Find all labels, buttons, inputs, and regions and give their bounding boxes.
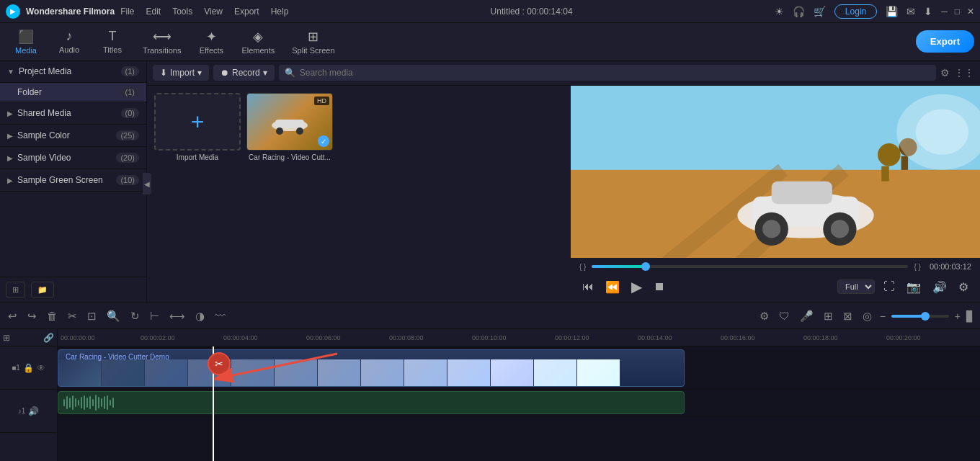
track-number-label: ■1	[12, 364, 20, 372]
add-track-button-right[interactable]: ▊	[966, 310, 974, 322]
zoom-in-button[interactable]: +	[955, 310, 961, 322]
project-media-header[interactable]: ▼ Project Media (1)	[0, 61, 146, 83]
settings-button[interactable]: ⚙	[956, 277, 971, 297]
record-button[interactable]: ⏺ Record ▾	[213, 65, 275, 81]
title-bar-left: ▶ Wondershare Filmora File Edit Tools Vi…	[6, 4, 288, 19]
crop2-button[interactable]: ⊠	[841, 308, 855, 325]
car-racing-thumb[interactable]: HD ✓	[246, 93, 333, 151]
minimize-button[interactable]: ─	[941, 6, 948, 17]
sample-color-header[interactable]: ▶ Sample Color (25)	[0, 125, 146, 147]
link-icon[interactable]: 🔗	[43, 333, 54, 343]
skip-back-button[interactable]: ⏮	[579, 277, 597, 296]
audio-clip[interactable]	[58, 391, 685, 414]
sample-green-header[interactable]: ▶ Sample Green Screen (10)	[0, 169, 146, 192]
svg-rect-19	[901, 156, 908, 170]
folder-item[interactable]: Folder (1)	[0, 83, 146, 102]
sample-video-header[interactable]: ▶ Sample Video (20)	[0, 147, 146, 169]
delete-button[interactable]: 🗑	[45, 308, 60, 324]
import-button[interactable]: ⬇ Import ▾	[153, 65, 209, 81]
video-placeholder	[571, 86, 980, 258]
audio-icon: ♪	[66, 29, 73, 44]
import-media-item[interactable]: + Import Media	[154, 93, 241, 161]
car-racing-item[interactable]: HD ✓ Car Racing - Video Cutt...	[246, 93, 333, 161]
media-icon: ⬛	[18, 29, 34, 45]
volume-button[interactable]: 🔊	[930, 277, 950, 297]
login-button[interactable]: Login	[834, 4, 877, 19]
circle-button[interactable]: ◎	[860, 308, 874, 325]
screenshot-button[interactable]: 📷	[904, 277, 924, 297]
sample-video-count: (20)	[116, 153, 139, 163]
scissors-icon[interactable]: ✂	[208, 352, 231, 375]
play-button[interactable]: ▶	[628, 275, 645, 298]
menu-file[interactable]: File	[120, 6, 134, 17]
mail-icon[interactable]: ✉	[906, 6, 915, 17]
video-clip[interactable]: Car Racing - Video Cutter Demo	[58, 349, 685, 387]
frame-back-button[interactable]: ⏪	[602, 277, 623, 297]
mic-button[interactable]: 🎤	[798, 308, 816, 325]
menu-view[interactable]: View	[204, 6, 223, 17]
save-icon[interactable]: 💾	[886, 6, 898, 17]
toolbar-splitscreen[interactable]: ⊞ Split Screen	[285, 25, 342, 58]
folder-button[interactable]: 📁	[31, 282, 54, 298]
layout-button[interactable]: ⊞	[821, 308, 835, 325]
color-correct-button[interactable]: ◑	[193, 308, 207, 325]
download-icon[interactable]: ⬇	[924, 6, 932, 17]
toolbar-elements[interactable]: ◈ Elements	[234, 25, 282, 58]
transitions-icon: ⟷	[153, 29, 172, 45]
time-mark-4: 00:00:04:00	[223, 334, 258, 341]
settings-tl-button[interactable]: ⚙	[757, 308, 771, 325]
center-area: ⬇ Import ▾ ⏺ Record ▾ 🔍 ⚙ ⋮⋮	[147, 61, 980, 303]
maximize-button[interactable]: □	[955, 6, 960, 17]
toolbar-effects[interactable]: ✦ Effects	[191, 25, 231, 58]
menu-export[interactable]: Export	[234, 6, 259, 17]
panel-collapse-button[interactable]: ◀	[143, 173, 151, 194]
headphone-icon[interactable]: 🎧	[793, 6, 805, 17]
shield-button[interactable]: 🛡	[777, 308, 792, 324]
add-media-icon[interactable]: ⊞	[3, 333, 10, 343]
zoom-out-button[interactable]: −	[880, 310, 886, 322]
progress-thumb[interactable]	[641, 262, 650, 271]
sample-green-arrow: ▶	[7, 176, 13, 184]
filter-icon[interactable]: ⚙	[940, 67, 950, 79]
cart-icon[interactable]: 🛒	[814, 6, 826, 17]
toolbar-media[interactable]: ⬛ Media	[6, 25, 46, 58]
title-bar: ▶ Wondershare Filmora File Edit Tools Vi…	[0, 0, 980, 23]
shared-media-header[interactable]: ▶ Shared Media (0)	[0, 102, 146, 125]
speaker-icon[interactable]: 🔊	[28, 406, 39, 416]
toolbar-transitions[interactable]: ⟷ Transitions	[135, 25, 188, 58]
audio-adjust-button[interactable]: 〰	[213, 308, 228, 324]
menu-edit[interactable]: Edit	[146, 6, 161, 17]
zoom-in-tl-button[interactable]: 🔍	[104, 308, 122, 325]
rotate-button[interactable]: ↻	[128, 308, 142, 325]
stop-button[interactable]: ⏹	[651, 277, 668, 296]
import-placeholder-thumb[interactable]: +	[154, 93, 241, 151]
redo-button[interactable]: ↪	[25, 308, 39, 325]
wave-bar	[104, 396, 105, 409]
menu-tools[interactable]: Tools	[172, 6, 192, 17]
transition-tl-button[interactable]: ⟷	[167, 308, 187, 325]
fullscreen-button[interactable]: ⛶	[881, 277, 898, 296]
quality-select[interactable]: Full 1/2 1/4	[837, 279, 875, 294]
folder-count: (1)	[121, 87, 139, 97]
undo-button[interactable]: ↩	[6, 308, 19, 325]
eye-icon[interactable]: 👁	[37, 363, 45, 373]
add-track-button[interactable]: ⊞	[6, 282, 25, 298]
progress-bar[interactable]	[592, 265, 908, 268]
split-button[interactable]: ⊢	[148, 308, 161, 325]
search-input[interactable]	[300, 68, 930, 78]
cut-button[interactable]: ✂	[66, 308, 79, 325]
svg-rect-11	[772, 182, 832, 205]
menu-help[interactable]: Help	[271, 6, 289, 17]
export-button[interactable]: Export	[916, 30, 974, 53]
wave-bar	[66, 396, 68, 409]
close-button[interactable]: ✕	[967, 6, 974, 17]
lock-icon[interactable]: 🔒	[23, 363, 34, 373]
toolbar-audio[interactable]: ♪ Audio	[49, 25, 89, 58]
svg-rect-17	[881, 166, 889, 182]
zoom-slider[interactable]	[891, 315, 949, 318]
sun-icon[interactable]: ☀	[775, 6, 784, 17]
grid-icon[interactable]: ⋮⋮	[954, 67, 974, 79]
toolbar-titles[interactable]: T Titles	[92, 25, 133, 58]
wave-bar	[86, 398, 88, 408]
crop-button[interactable]: ⊡	[85, 308, 99, 325]
